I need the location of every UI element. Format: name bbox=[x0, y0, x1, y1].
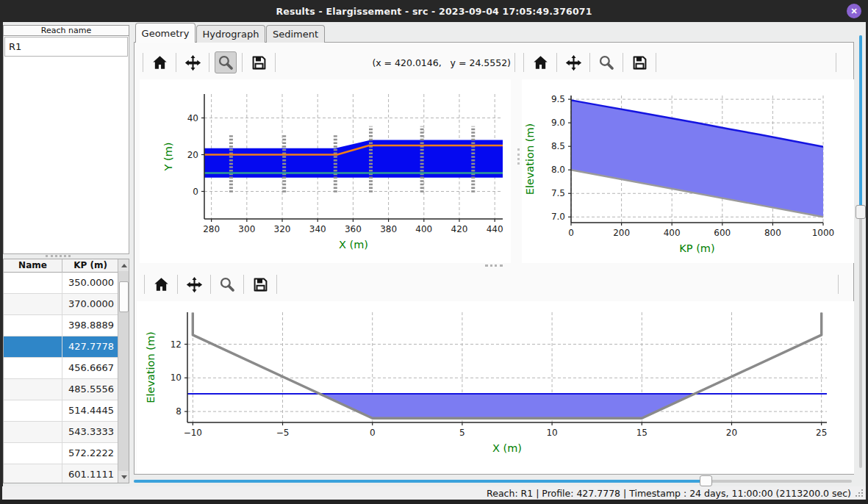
toolbar-separator bbox=[589, 53, 590, 72]
toolbar-separator bbox=[623, 53, 623, 72]
cell-kp[interactable]: 456.6667 bbox=[62, 358, 118, 378]
cell-kp[interactable]: 485.5556 bbox=[62, 379, 118, 400]
zoom-icon[interactable] bbox=[595, 51, 617, 73]
reach-list-item[interactable]: R1 bbox=[4, 37, 128, 57]
cell-kp[interactable]: 601.1111 bbox=[62, 464, 118, 483]
toolbar-profile bbox=[523, 51, 656, 73]
svg-text:340: 340 bbox=[309, 224, 326, 234]
app-window: Results - Elargissement - src - 2023-09-… bbox=[0, 0, 868, 504]
cell-kp[interactable]: 398.8889 bbox=[62, 315, 118, 336]
plan-view-chart[interactable]: 28030032034036038040042044002040X (m)Y (… bbox=[140, 79, 511, 263]
arrow-down-icon bbox=[121, 475, 127, 479]
cell-name[interactable] bbox=[4, 400, 62, 421]
plot-splitter-handle[interactable] bbox=[485, 264, 503, 267]
svg-text:10: 10 bbox=[171, 372, 182, 383]
time-slider-fill bbox=[134, 480, 706, 483]
toolbar-separator bbox=[656, 53, 656, 72]
table-row[interactable]: 572.2222 bbox=[4, 443, 118, 464]
toolbar-separator bbox=[176, 53, 176, 72]
table-row[interactable]: 370.0000 bbox=[4, 294, 118, 315]
reach-list[interactable]: R1 bbox=[3, 36, 129, 254]
tab-hydrograph[interactable]: Hydrograph bbox=[196, 25, 265, 43]
toolbar-separator bbox=[143, 53, 143, 72]
column-header-name[interactable]: Name bbox=[4, 259, 62, 273]
svg-text:320: 320 bbox=[274, 224, 291, 234]
move-icon[interactable] bbox=[183, 273, 205, 295]
status-bar: Reach: R1 | Profile: 427.7778 | Timestam… bbox=[2, 486, 866, 500]
zoom-icon[interactable] bbox=[215, 51, 237, 73]
water-area bbox=[320, 394, 695, 418]
cell-name[interactable] bbox=[4, 464, 62, 483]
cell-name[interactable] bbox=[4, 379, 62, 400]
cell-kp[interactable]: 370.0000 bbox=[62, 294, 118, 314]
cell-name[interactable] bbox=[4, 336, 62, 357]
window-bottom-edge bbox=[0, 500, 868, 504]
cell-kp[interactable]: 543.3333 bbox=[62, 422, 118, 442]
home-icon[interactable] bbox=[529, 51, 551, 73]
figure-cross-section: −10−5051015202581012X (m)Elevation (m) bbox=[137, 301, 854, 474]
save-icon[interactable] bbox=[628, 51, 650, 73]
profile-table: Name KP (m) 350.0000370.0000398.8889427.… bbox=[3, 259, 129, 483]
move-icon[interactable] bbox=[562, 51, 584, 73]
svg-text:800: 800 bbox=[764, 228, 781, 238]
column-header-kp[interactable]: KP (m) bbox=[62, 259, 118, 273]
cell-kp[interactable]: 514.4445 bbox=[62, 400, 118, 421]
table-row[interactable]: 514.4445 bbox=[4, 400, 118, 422]
svg-text:Elevation (m): Elevation (m) bbox=[145, 331, 157, 403]
toolbar-separator bbox=[209, 53, 209, 72]
table-row[interactable]: 350.0000 bbox=[4, 273, 118, 294]
table-scrollbar[interactable] bbox=[118, 259, 129, 483]
cross-section-chart[interactable]: −10−5051015202581012X (m)Elevation (m) bbox=[137, 301, 854, 474]
scroll-down-button[interactable] bbox=[118, 471, 129, 483]
cell-name[interactable] bbox=[4, 315, 62, 336]
toolbar-separator bbox=[276, 275, 277, 294]
toolbar-separator bbox=[514, 53, 515, 72]
scrollbar-thumb[interactable] bbox=[119, 281, 129, 312]
resize-grip[interactable] bbox=[856, 489, 864, 498]
svg-text:7.5: 7.5 bbox=[551, 188, 565, 198]
tab-sediment[interactable]: Sediment bbox=[266, 25, 325, 43]
move-icon[interactable] bbox=[182, 51, 204, 73]
cell-name[interactable] bbox=[4, 294, 62, 314]
svg-text:9.5: 9.5 bbox=[551, 94, 565, 104]
cell-kp[interactable]: 572.2222 bbox=[62, 443, 118, 464]
svg-text:10: 10 bbox=[546, 428, 557, 438]
svg-text:5: 5 bbox=[459, 428, 465, 438]
cell-name[interactable] bbox=[4, 358, 62, 378]
save-icon[interactable] bbox=[248, 51, 270, 73]
tab-geometry[interactable]: Geometry bbox=[135, 23, 196, 43]
cell-name[interactable] bbox=[4, 273, 62, 293]
cell-name[interactable] bbox=[4, 422, 62, 442]
profile-table-body: 350.0000370.0000398.8889427.7778456.6667… bbox=[4, 273, 118, 483]
svg-text:X (m): X (m) bbox=[339, 239, 368, 251]
time-slider-handle[interactable] bbox=[700, 475, 712, 486]
table-row[interactable]: 485.5556 bbox=[4, 379, 118, 400]
profile-slider-handle[interactable] bbox=[856, 205, 866, 219]
table-row[interactable]: 543.3333 bbox=[4, 422, 118, 443]
table-row[interactable]: 601.1111 bbox=[4, 464, 118, 483]
svg-text:400: 400 bbox=[415, 224, 432, 234]
sidebar-splitter-handle[interactable] bbox=[46, 255, 71, 257]
long-profile-chart[interactable]: 020040060080010007.07.58.08.59.09.5KP (m… bbox=[522, 79, 854, 263]
scroll-up-button[interactable] bbox=[118, 259, 129, 271]
svg-text:KP (m): KP (m) bbox=[679, 242, 714, 254]
home-icon[interactable] bbox=[150, 273, 172, 295]
cell-name[interactable] bbox=[4, 443, 62, 464]
plot-splitter-handle[interactable] bbox=[517, 148, 520, 165]
title-bar: Results - Elargissement - src - 2023-09-… bbox=[0, 0, 868, 22]
zoom-icon[interactable] bbox=[216, 273, 238, 295]
toolbar-separator bbox=[144, 275, 145, 294]
home-icon[interactable] bbox=[148, 51, 171, 73]
table-row[interactable]: 456.6667 bbox=[4, 358, 118, 379]
svg-text:8.0: 8.0 bbox=[551, 165, 565, 175]
svg-text:280: 280 bbox=[203, 224, 220, 234]
status-text: Reach: R1 | Profile: 427.7778 | Timestam… bbox=[487, 488, 851, 499]
table-row[interactable]: 427.7778 bbox=[4, 336, 118, 358]
close-button[interactable]: ✕ bbox=[847, 4, 861, 18]
save-icon[interactable] bbox=[249, 273, 271, 295]
cell-kp[interactable]: 427.7778 bbox=[62, 336, 118, 357]
svg-text:1000: 1000 bbox=[812, 228, 835, 238]
cell-kp[interactable]: 350.0000 bbox=[62, 273, 118, 293]
toolbar-separator bbox=[838, 275, 839, 294]
table-row[interactable]: 398.8889 bbox=[4, 315, 118, 336]
